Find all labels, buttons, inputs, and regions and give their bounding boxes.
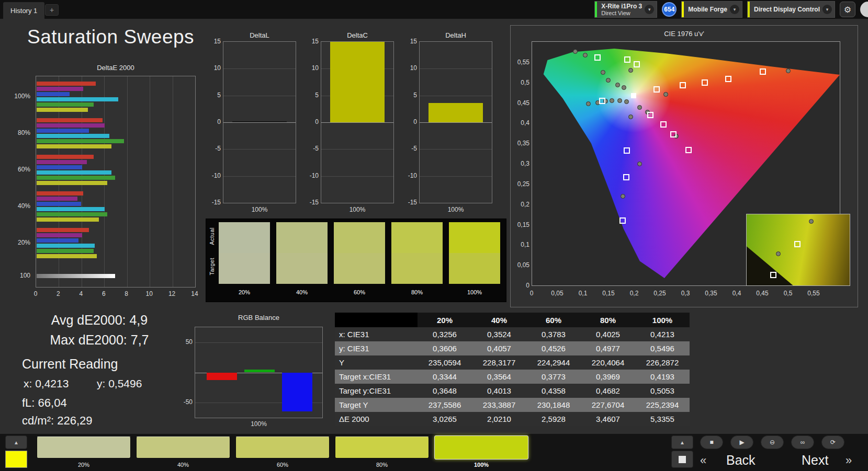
stop-button[interactable]: ■ xyxy=(700,435,723,449)
x-tick-label: 0,15 xyxy=(599,289,618,297)
display-control-selector[interactable]: Direct Display Control ▾ xyxy=(747,1,835,18)
single-measure-button[interactable]: ⊖ xyxy=(761,435,784,449)
app-root: History 1 + X-Rite i1Pro 3 Direct View ▾… xyxy=(0,0,868,471)
saturation-level-60%[interactable] xyxy=(235,436,330,458)
target-point xyxy=(653,86,660,93)
meter-status-accent xyxy=(595,2,597,17)
actual-swatch xyxy=(391,222,443,253)
table-cell-value: 0,3773 xyxy=(526,370,581,384)
next-button[interactable]: Next xyxy=(802,453,828,468)
deltae-bar xyxy=(37,139,124,143)
gridline xyxy=(420,96,492,96)
table-cell-value: 0,3564 xyxy=(472,370,526,384)
avg-de2000-reading: Avg dE2000: 4,9 xyxy=(31,313,167,328)
deltae2000-chart-title: DeltaE 2000 xyxy=(36,64,196,72)
target-row-label: Target xyxy=(209,258,216,275)
rgb-balance-plot xyxy=(195,327,323,418)
table-cell-value: 237,5586 xyxy=(418,398,472,412)
topbar-right: X-Rite i1Pro 3 Direct View ▾ 654 Mobile … xyxy=(594,1,864,18)
tab-history-1[interactable]: History 1 xyxy=(3,2,44,19)
play-button[interactable]: ▶ xyxy=(730,435,753,449)
table-header-row: 20%40%60%80%100% xyxy=(335,313,690,327)
gridline xyxy=(420,122,492,123)
x-tick-label: 6 xyxy=(97,290,110,298)
cie-diagram-panel: CIE 1976 u'v' 000,050,050,10,10,150,150,… xyxy=(510,25,858,307)
table-cell-value: 0,3344 xyxy=(418,370,472,384)
inset-target-point xyxy=(770,272,776,278)
saturation-level-40%[interactable] xyxy=(136,436,230,458)
inset-measured-point xyxy=(809,219,814,224)
refresh-button[interactable]: ⟳ xyxy=(821,435,844,449)
edge-button[interactable] xyxy=(860,2,868,17)
x-tick-label: 0,1 xyxy=(573,289,592,297)
white-point xyxy=(631,93,636,98)
measured-point xyxy=(615,83,620,87)
source-labels: Mobile Forge xyxy=(688,6,727,13)
table-cell-value: 230,1848 xyxy=(526,398,581,412)
target-point xyxy=(634,61,640,67)
saturation-level-100%[interactable] xyxy=(434,435,528,459)
measured-point xyxy=(628,68,633,73)
chevron-down-icon[interactable]: ▾ xyxy=(822,5,832,14)
deltae-bar xyxy=(37,244,95,248)
gridline xyxy=(223,149,296,150)
up-arrow-icon: ▲ xyxy=(14,440,19,445)
swatch-column xyxy=(334,222,385,284)
tab-label: History 1 xyxy=(10,7,37,15)
target-point xyxy=(623,174,629,180)
patch-panel-expand-button[interactable]: ▲ xyxy=(5,435,27,449)
deltae-bar xyxy=(37,233,82,237)
gridline xyxy=(223,96,296,96)
x-tick-label: 0,5 xyxy=(779,289,797,297)
swatch-column-label: 60% xyxy=(334,289,385,295)
table-column-header: 60% xyxy=(526,313,581,327)
deltae-bar xyxy=(37,108,88,112)
source-selector[interactable]: Mobile Forge ▾ xyxy=(681,1,742,18)
y-tick-label: 15 xyxy=(297,37,319,45)
measure-transport-controls: ■▶⊖∞⟳ xyxy=(700,435,844,449)
controls-expand-button[interactable]: ▲ xyxy=(671,435,693,449)
gridline xyxy=(420,149,492,150)
target-point xyxy=(599,98,605,104)
target-swatch xyxy=(276,253,328,284)
saturation-level-strip: 20%40%60%80%100% xyxy=(37,436,565,469)
actual-row-label: Actual xyxy=(209,227,216,245)
actual-swatch xyxy=(449,222,500,253)
x-tick-label: 0,4 xyxy=(727,289,746,297)
deltae-bar xyxy=(37,160,87,164)
deltae-bar xyxy=(37,176,115,180)
y-tick-label: -50 xyxy=(178,398,193,406)
inset-target-point xyxy=(794,241,801,247)
target-swatch xyxy=(219,253,270,284)
back-button[interactable]: Back xyxy=(726,453,756,468)
deltae-bar xyxy=(37,249,94,253)
deltah-plot xyxy=(419,41,492,203)
add-tab-button[interactable]: + xyxy=(45,4,59,16)
target-point xyxy=(760,68,766,75)
fullfield-patch-button[interactable] xyxy=(671,451,693,468)
table-cell-value: 227,6704 xyxy=(581,398,635,412)
meter-selector[interactable]: X-Rite i1Pro 3 Direct View ▾ xyxy=(594,1,657,18)
gridline xyxy=(321,149,393,150)
y-tick-label: 0,5 xyxy=(512,78,529,87)
chevron-down-icon[interactable]: ▾ xyxy=(645,5,654,14)
chevron-down-icon[interactable]: ▾ xyxy=(730,5,739,14)
table-column-header: 40% xyxy=(472,313,526,327)
deltac-x-label: 100% xyxy=(321,206,394,213)
table-cell-value: 2,5928 xyxy=(526,412,581,426)
deltae2000-x-axis: 02468101214 xyxy=(36,290,196,298)
deltae-bar xyxy=(37,134,109,138)
table-cell-value: 226,2872 xyxy=(635,355,690,370)
settings-button[interactable]: ⚙ xyxy=(840,2,855,17)
saturation-level-80%[interactable] xyxy=(335,436,429,458)
deltae-bar xyxy=(37,181,107,185)
continuous-measure-button[interactable]: ∞ xyxy=(791,435,814,449)
next-page-icon-button[interactable]: » xyxy=(846,454,852,467)
saturation-level-label: 80% xyxy=(335,462,429,468)
previous-page-icon-button[interactable]: « xyxy=(700,454,706,467)
deltae-bar xyxy=(37,212,107,216)
deltal-chart-title: DeltaL xyxy=(223,31,296,39)
saturation-level-20%[interactable] xyxy=(37,436,131,458)
deltae-bar xyxy=(37,191,83,196)
deltae-bar xyxy=(37,97,118,101)
